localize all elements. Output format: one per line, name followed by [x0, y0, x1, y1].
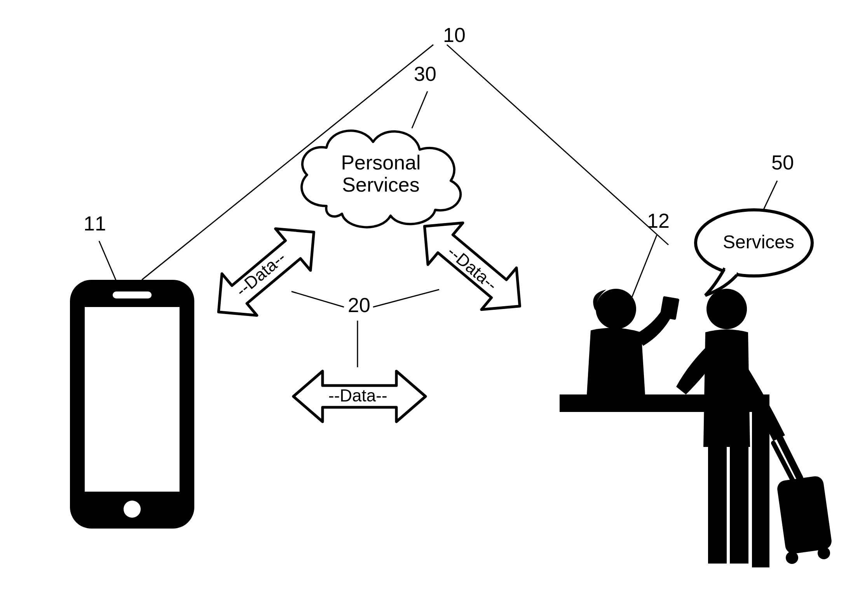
data-arrow-bottom-label: --Data-- — [328, 386, 387, 405]
ref-10: 10 — [443, 23, 466, 47]
svg-rect-20 — [659, 296, 679, 320]
ref-11: 11 — [84, 212, 106, 235]
checkin-scene-icon — [556, 288, 836, 591]
svg-point-12 — [124, 501, 141, 518]
svg-rect-10 — [85, 307, 180, 492]
speech-bubble-label: Services — [723, 231, 794, 253]
svg-point-27 — [786, 551, 798, 564]
cloud-label-line1: Personal — [341, 151, 420, 174]
svg-rect-23 — [730, 443, 748, 564]
ref-50: 50 — [771, 151, 794, 174]
svg-point-28 — [818, 547, 830, 559]
cloud-label-line2: Services — [342, 173, 419, 196]
smartphone-icon — [54, 272, 210, 552]
svg-rect-22 — [708, 443, 727, 564]
svg-rect-26 — [776, 475, 832, 555]
ref-20: 20 — [348, 293, 370, 317]
ref-12: 12 — [647, 209, 670, 232]
svg-point-21 — [706, 289, 747, 329]
svg-point-19 — [596, 289, 636, 329]
svg-rect-11 — [113, 291, 152, 298]
ref-30: 30 — [414, 62, 436, 86]
